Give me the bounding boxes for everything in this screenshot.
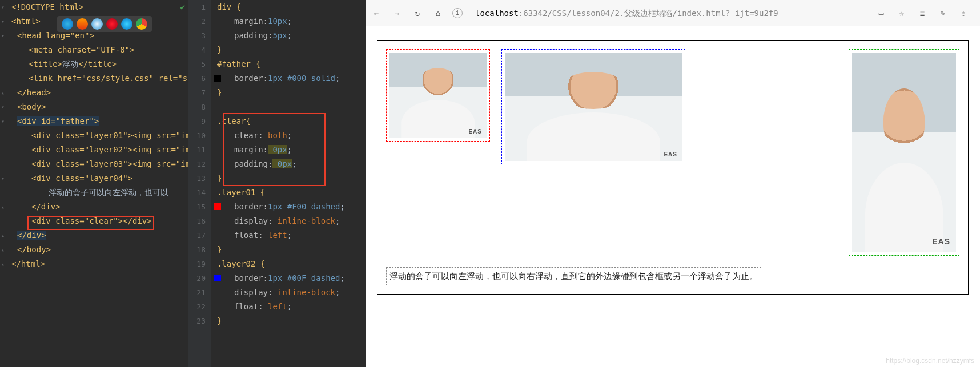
code-token: </div>: [31, 202, 61, 211]
forward-button[interactable]: →: [391, 7, 403, 19]
code-token: <div id="father">: [17, 116, 99, 126]
refresh-button[interactable]: ↻: [411, 7, 424, 19]
ide-browser-icons[interactable]: [57, 16, 152, 32]
father-container: EAS EAS EAS 浮动的盒子可以向左浮动，也可以向右浮动，直到它的外边缘碰…: [377, 40, 969, 295]
layer03: EAS: [849, 49, 959, 256]
layer04-text: 浮动的盒子可以向左浮动，也可以向右浮动，直到它的外边缘碰到包含框或另一个浮动盒子…: [386, 267, 761, 285]
safari-icon[interactable]: [91, 18, 103, 30]
code-token: </div>: [17, 231, 46, 240]
css-code-body[interactable]: div { margin:10px; padding:5px; } #fathe…: [211, 0, 366, 328]
code-token: <div class="clear"></div>: [31, 216, 152, 225]
code-token: 浮动的盒子可以向左浮动，也可以: [49, 188, 168, 197]
code-token: <title>: [29, 59, 62, 68]
portrait-image-1: EAS: [389, 53, 487, 138]
share-icon[interactable]: ⇪: [957, 7, 970, 19]
favorites-bar-icon[interactable]: ≣: [916, 7, 929, 19]
edge-icon[interactable]: [62, 18, 73, 30]
code-token: <head lang="en">: [17, 31, 94, 40]
code-token: </body>: [17, 245, 51, 254]
address-bar[interactable]: localhost:63342/CSS/lesson04/2.父级边框塌陷/in…: [471, 5, 867, 21]
portrait-image-3: EAS: [852, 53, 956, 252]
firefox-icon[interactable]: [77, 18, 88, 30]
rendered-page: EAS EAS EAS 浮动的盒子可以向左浮动，也可以向右浮动，直到它的外边缘碰…: [366, 26, 980, 367]
code-token: </html>: [11, 259, 45, 268]
watermark: https://blog.csdn.net/hzzymfs: [886, 357, 974, 365]
browser-toolbar: ← → ↻ ⌂ i localhost:63342/CSS/lesson04/2…: [366, 0, 980, 26]
ie-icon[interactable]: [121, 18, 132, 30]
line-gutter: 1234567891011121314151617181920212223: [188, 0, 211, 367]
back-button[interactable]: ←: [370, 7, 383, 19]
portrait-image-2: EAS: [505, 53, 682, 161]
code-token: <div class="layer02"><img src="im: [31, 145, 188, 154]
code-token: <div class="layer04">: [31, 174, 132, 183]
code-token: <!DOCTYPE html>: [11, 2, 83, 11]
code-token: <div class="layer03"><img src="im: [31, 159, 188, 168]
code-token: <link href="css/style.css" rel="s: [29, 74, 187, 83]
info-icon[interactable]: i: [452, 8, 463, 18]
code-token: <div class="layer01"><img src="im: [31, 131, 188, 140]
reading-view-icon[interactable]: ▭: [875, 7, 887, 19]
notes-icon[interactable]: ✎: [937, 7, 949, 19]
opera-icon[interactable]: [106, 18, 118, 30]
code-token: <meta charset="UTF-8">: [29, 45, 134, 54]
html-code-body[interactable]: ▾<!DOCTYPE html> ▾<html> ▾<head lang="en…: [0, 0, 188, 271]
browser-preview: ← → ↻ ⌂ i localhost:63342/CSS/lesson04/2…: [366, 0, 980, 367]
code-token: </head>: [17, 88, 51, 97]
eas-label: EAS: [664, 152, 677, 158]
chrome-icon[interactable]: [136, 18, 147, 30]
eas-label: EAS: [468, 129, 482, 135]
eas-label: EAS: [932, 237, 950, 245]
code-token: <body>: [17, 102, 46, 111]
layer01: EAS: [386, 49, 490, 142]
layer02: EAS: [501, 49, 685, 164]
checkmark-icon: ✔: [180, 2, 185, 11]
html-editor-pane[interactable]: ▾<!DOCTYPE html> ▾<html> ▾<head lang="en…: [0, 0, 188, 367]
css-editor-pane[interactable]: 1234567891011121314151617181920212223 di…: [188, 0, 366, 367]
code-token: <html>: [11, 17, 41, 26]
home-button[interactable]: ⌂: [432, 7, 444, 19]
favorite-icon[interactable]: ☆: [895, 7, 908, 19]
